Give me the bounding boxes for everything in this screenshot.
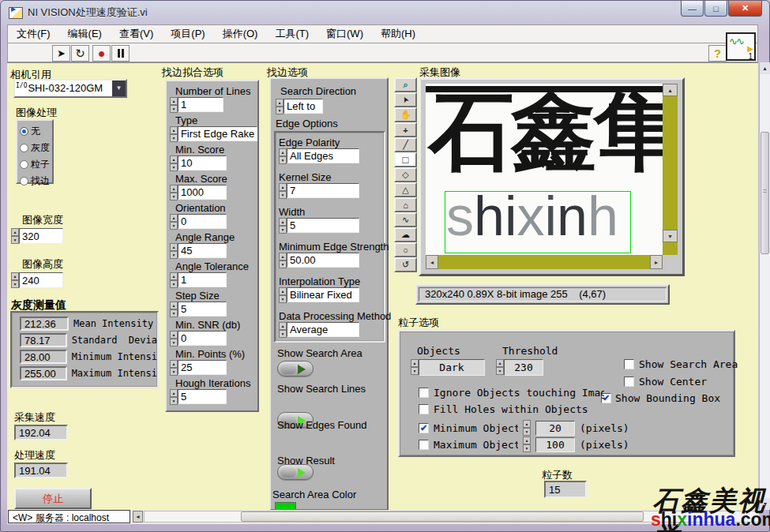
- spinner[interactable]: ▲▼: [170, 302, 178, 317]
- min-object-size-input[interactable]: 20: [535, 421, 575, 436]
- vscroll-up-icon[interactable]: ▴: [760, 62, 770, 74]
- checkbox-icon[interactable]: [624, 359, 634, 369]
- checkbox-icon[interactable]: [624, 377, 634, 387]
- min-points-input[interactable]: 25: [178, 360, 227, 375]
- spinner[interactable]: ▲▼: [523, 436, 531, 452]
- camera-ref-combo[interactable]: I/O SHI-032-120GM ▼: [13, 79, 127, 98]
- vertical-scrollbar[interactable]: ▴ ▾: [759, 62, 770, 510]
- show-search-area-check-row[interactable]: Show Search Area: [624, 358, 738, 370]
- image-height-input[interactable]: 240: [19, 272, 63, 288]
- image-vertical-scrollbar[interactable]: ▴ ▾: [663, 84, 678, 255]
- min-edge-strength-input[interactable]: 50.00: [287, 253, 359, 268]
- titlebar[interactable]: NI VISION处理速度验证.vi — □ ✕: [1, 1, 769, 24]
- radio-edge[interactable]: 找边: [20, 174, 50, 188]
- spinner[interactable]: ▲▼: [279, 322, 287, 338]
- image-viewport[interactable]: 石鑫隼 shixinh: [426, 84, 663, 255]
- spinner[interactable]: ▲▼: [170, 243, 178, 259]
- show-bounding-box-check-row[interactable]: ✔ Show Bounding Box: [601, 392, 720, 404]
- zoom-tool[interactable]: ⌕: [394, 77, 417, 92]
- run-button[interactable]: ➤: [52, 45, 70, 62]
- freehand-line-tool[interactable]: ∿: [394, 212, 417, 227]
- pan-tool[interactable]: ✋: [394, 107, 417, 122]
- angle-tolerance-input[interactable]: 1: [178, 272, 227, 287]
- spinner[interactable]: ▲▼: [496, 359, 504, 375]
- rectangle-tool[interactable]: □: [394, 152, 417, 167]
- threshold-input[interactable]: 230: [504, 359, 543, 376]
- help-button[interactable]: ?: [708, 45, 727, 62]
- ignore-border-check-row[interactable]: Ignore Objects touching Image Borde: [419, 387, 604, 399]
- abort-button[interactable]: ●: [92, 45, 111, 62]
- menu-tools[interactable]: 工具(T): [266, 27, 317, 41]
- chevron-down-icon[interactable]: ▼: [112, 81, 126, 96]
- spinner[interactable]: ▲▼: [170, 360, 178, 376]
- close-button[interactable]: ✕: [728, 1, 762, 17]
- horizontal-scrollbar-thumb[interactable]: [241, 511, 644, 522]
- type-input[interactable]: First Edge Rake: [178, 126, 257, 141]
- radio-gray[interactable]: 灰度: [20, 141, 50, 155]
- search-area-color-swatch[interactable]: [275, 502, 296, 510]
- image-width-input[interactable]: 320: [19, 228, 63, 244]
- fill-holes-check-row[interactable]: Fill Holes within Objects: [419, 403, 588, 415]
- show-center-check-row[interactable]: Show Center: [624, 376, 707, 388]
- scroll-up-icon[interactable]: ▴: [663, 84, 678, 96]
- spinner[interactable]: ▲▼: [170, 214, 178, 230]
- spinner[interactable]: ▲▼: [279, 148, 287, 164]
- roi-rectangle[interactable]: [445, 191, 631, 253]
- minimize-button[interactable]: —: [681, 1, 704, 17]
- spinner[interactable]: ▲▼: [170, 185, 178, 200]
- interpolation-type-input[interactable]: Bilinear Fixed: [287, 287, 359, 302]
- scroll-right-icon[interactable]: ▸: [650, 255, 663, 269]
- polygon-tool[interactable]: ⌂: [394, 197, 417, 212]
- spinner[interactable]: ▲▼: [170, 97, 178, 113]
- spinner[interactable]: ▲▼: [279, 183, 287, 199]
- hough-iterations-input[interactable]: 5: [178, 389, 227, 404]
- menu-edit[interactable]: 编辑(E): [59, 27, 111, 41]
- show-search-area-toggle[interactable]: [277, 361, 314, 377]
- min-snr-input[interactable]: 0: [178, 331, 227, 346]
- objects-input[interactable]: Dark: [419, 359, 485, 376]
- server-status-button[interactable]: <W> 服务器 : localhost: [8, 510, 130, 523]
- menu-view[interactable]: 查看(V): [111, 27, 162, 41]
- vertical-scrollbar-thumb[interactable]: [761, 132, 769, 254]
- oval-tool[interactable]: ○: [394, 242, 417, 257]
- checkbox-icon[interactable]: [419, 404, 429, 414]
- checkbox-icon[interactable]: ✔: [419, 423, 429, 433]
- step-size-input[interactable]: 5: [178, 302, 227, 317]
- search-direction-input[interactable]: Left to: [284, 99, 323, 114]
- number-of-lines-input[interactable]: 1: [178, 97, 223, 112]
- spinner[interactable]: ▲▼: [279, 287, 287, 303]
- kernel-size-input[interactable]: 7: [287, 183, 359, 198]
- selection-tool[interactable]: ➤: [394, 92, 417, 107]
- min-object-size-check-row[interactable]: ✔ Minimum Object S ▲▼ 20 (pixels): [419, 420, 629, 436]
- orientation-input[interactable]: 0: [178, 214, 227, 229]
- spinner[interactable]: ▲▼: [170, 155, 178, 171]
- spinner[interactable]: ▲▼: [170, 272, 178, 288]
- annulus-tool[interactable]: ↺: [394, 257, 417, 272]
- pause-button[interactable]: [111, 45, 130, 62]
- menu-window[interactable]: 窗口(W): [317, 27, 372, 41]
- max-score-input[interactable]: 1000: [178, 185, 227, 200]
- spinner[interactable]: ▲▼: [279, 218, 287, 234]
- width-input[interactable]: 5: [287, 218, 359, 233]
- min-score-input[interactable]: 10: [178, 155, 227, 170]
- vi-icon-button[interactable]: ∿∿ ▶ 1: [726, 32, 756, 61]
- radio-none[interactable]: 无: [20, 125, 50, 138]
- checkbox-icon[interactable]: [419, 440, 429, 450]
- scroll-down-icon[interactable]: ▾: [663, 230, 678, 242]
- spinner[interactable]: ▲▼: [411, 359, 419, 375]
- spinner[interactable]: ▲▼: [276, 99, 284, 114]
- hscroll-left-icon[interactable]: ◂: [133, 511, 143, 523]
- scrollbar-track[interactable]: [438, 255, 650, 269]
- spinner[interactable]: ▲▼: [523, 420, 531, 436]
- line-tool[interactable]: ╱: [394, 137, 417, 152]
- scroll-left-icon[interactable]: ◂: [426, 255, 438, 269]
- max-object-size-check-row[interactable]: Maximum Object S ▲▼ 100 (pixels): [419, 436, 629, 452]
- point-tool[interactable]: +: [394, 122, 417, 137]
- image-display[interactable]: 石鑫隼 shixinh ▴ ▾ ◂ ▸: [419, 77, 685, 276]
- image-horizontal-scrollbar[interactable]: ◂ ▸: [426, 255, 663, 269]
- spinner[interactable]: ▲▼: [170, 126, 178, 142]
- spinner[interactable]: ▲▼: [11, 228, 19, 244]
- run-continuous-button[interactable]: ↻: [71, 45, 89, 62]
- stop-button[interactable]: 停止: [14, 488, 92, 509]
- rotated-rectangle-tool[interactable]: ◇: [394, 167, 417, 182]
